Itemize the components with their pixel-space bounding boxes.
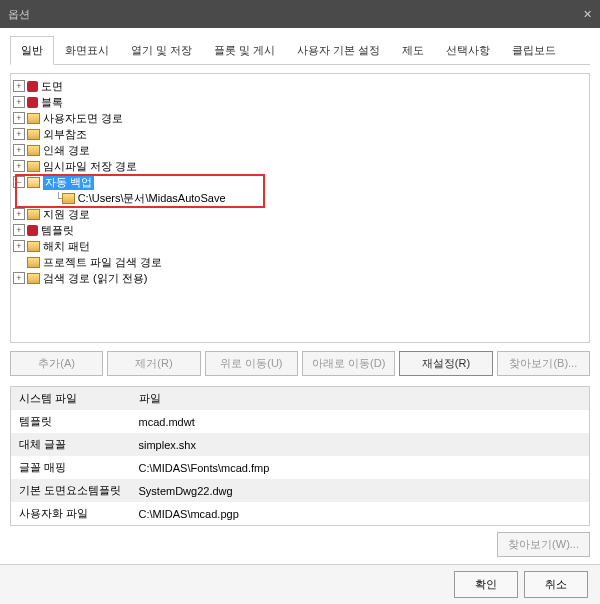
tree-item[interactable]: +검색 경로 (읽기 전용) <box>13 270 587 286</box>
movedown-button: 아래로 이동(D) <box>302 351 395 376</box>
folder-icon <box>27 241 40 252</box>
table-header: 시스템 파일 <box>11 387 131 411</box>
add-button: 추가(A) <box>10 351 103 376</box>
browse2-button: 찾아보기(W)... <box>497 532 590 557</box>
tree-view[interactable]: +도면+블록+사용자도면 경로+외부참조+인쇄 경로+임시파일 저장 경로−자동… <box>10 73 590 343</box>
remove-button: 제거(R) <box>107 351 200 376</box>
red-icon <box>27 81 38 92</box>
tab-5[interactable]: 제도 <box>391 36 435 65</box>
folder-icon <box>27 113 40 124</box>
table-row[interactable]: 대체 글꼴simplex.shx <box>11 433 590 456</box>
tree-item[interactable]: +블록 <box>13 94 587 110</box>
folder-icon <box>27 273 40 284</box>
tree-label: 지원 경로 <box>43 207 90 222</box>
tree-item[interactable]: +템플릿 <box>13 222 587 238</box>
tree-label: 프로젝트 파일 검색 경로 <box>43 255 162 270</box>
browse-button: 찾아보기(B)... <box>497 351 590 376</box>
table-row[interactable]: 글꼴 매핑C:\MIDAS\Fonts\mcad.fmp <box>11 456 590 479</box>
expander-icon[interactable]: + <box>13 208 25 220</box>
tree-item[interactable]: +외부참조 <box>13 126 587 142</box>
close-icon[interactable]: ✕ <box>583 8 592 21</box>
tree-item[interactable]: 프로젝트 파일 검색 경로 <box>13 254 587 270</box>
tree-label: 사용자도면 경로 <box>43 111 123 126</box>
tree-label: 템플릿 <box>41 223 74 238</box>
tree-item[interactable]: +임시파일 저장 경로 <box>13 158 587 174</box>
expander-icon[interactable]: + <box>13 80 25 92</box>
expander-icon[interactable]: + <box>13 160 25 172</box>
folder-icon <box>27 209 40 220</box>
tree-label: 외부참조 <box>43 127 87 142</box>
table-row[interactable]: 사용자화 파일C:\MIDAS\mcad.pgp <box>11 502 590 526</box>
browse-row: 찾아보기(W)... <box>10 532 590 557</box>
table-row[interactable]: 기본 도면요소템플릿SystemDwg22.dwg <box>11 479 590 502</box>
tree-label: 블록 <box>41 95 63 110</box>
red-icon <box>27 97 38 108</box>
tab-bar: 일반화면표시열기 및 저장플롯 및 게시사용자 기본 설정제도선택사항클립보드 <box>10 36 590 65</box>
tab-0[interactable]: 일반 <box>10 36 54 65</box>
cancel-button[interactable]: 취소 <box>524 571 588 598</box>
tab-3[interactable]: 플롯 및 게시 <box>203 36 286 65</box>
tree-label: 임시파일 저장 경로 <box>43 159 137 174</box>
expander-icon[interactable]: + <box>13 112 25 124</box>
reset-button[interactable]: 재설정(R) <box>399 351 492 376</box>
tree-item[interactable]: +사용자도면 경로 <box>13 110 587 126</box>
folder-icon <box>27 161 40 172</box>
system-files-table: 시스템 파일파일템플릿mcad.mdwt대체 글꼴simplex.shx글꼴 매… <box>10 386 590 526</box>
expander-icon[interactable]: + <box>13 96 25 108</box>
tree-item[interactable]: +해치 패턴 <box>13 238 587 254</box>
table-row[interactable]: 템플릿mcad.mdwt <box>11 410 590 433</box>
tree-label: 인쇄 경로 <box>43 143 90 158</box>
expander-icon[interactable]: + <box>13 272 25 284</box>
expander-icon[interactable]: + <box>13 144 25 156</box>
folder-icon <box>27 257 40 268</box>
tree-item[interactable]: +지원 경로 <box>13 206 587 222</box>
folder-icon <box>27 129 40 140</box>
titlebar: 옵션 ✕ <box>0 0 600 28</box>
ok-button[interactable]: 확인 <box>454 571 518 598</box>
tree-label: 도면 <box>41 79 63 94</box>
tree-item[interactable]: +도면 <box>13 78 587 94</box>
tab-1[interactable]: 화면표시 <box>54 36 120 65</box>
tree-item[interactable]: +인쇄 경로 <box>13 142 587 158</box>
window-title: 옵션 <box>8 7 30 22</box>
table-header: 파일 <box>131 387 590 411</box>
folder-icon <box>27 145 40 156</box>
tree-label: 해치 패턴 <box>43 239 90 254</box>
dialog-footer: 확인 취소 <box>0 564 600 604</box>
moveup-button: 위로 이동(U) <box>205 351 298 376</box>
red-icon <box>27 225 38 236</box>
tab-4[interactable]: 사용자 기본 설정 <box>286 36 391 65</box>
tab-6[interactable]: 선택사항 <box>435 36 501 65</box>
tab-7[interactable]: 클립보드 <box>501 36 567 65</box>
highlight-annotation <box>15 174 265 208</box>
expander-icon[interactable]: + <box>13 240 25 252</box>
tree-label: 검색 경로 (읽기 전용) <box>43 271 148 286</box>
expander-icon[interactable]: + <box>13 224 25 236</box>
tree-buttons: 추가(A) 제거(R) 위로 이동(U) 아래로 이동(D) 재설정(R) 찾아… <box>10 351 590 376</box>
content-area: 일반화면표시열기 및 저장플롯 및 게시사용자 기본 설정제도선택사항클립보드 … <box>0 28 600 565</box>
expander-icon[interactable]: + <box>13 128 25 140</box>
tab-2[interactable]: 열기 및 저장 <box>120 36 203 65</box>
